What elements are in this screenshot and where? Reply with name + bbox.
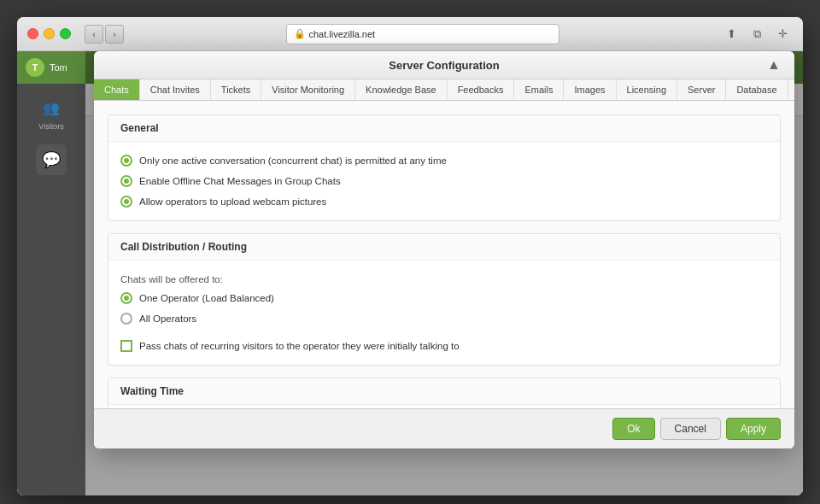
- navigation-arrows: ‹ ›: [85, 25, 124, 44]
- checkbox-pass-chats[interactable]: [120, 340, 132, 352]
- chats-offered-label: Chats will be offered to:: [120, 269, 768, 288]
- app-body: T Tom 👥 Visitors 💬 ⚙ 👤 🔗: [17, 51, 803, 495]
- tab-chat-invites[interactable]: Chat Invites: [140, 79, 211, 100]
- modal-tabs: Chats Chat Invites Tickets Visitor Monit…: [94, 79, 794, 101]
- radio-webcam-pictures[interactable]: [120, 196, 132, 208]
- tab-tickets[interactable]: Tickets: [211, 79, 261, 100]
- modal-header: Server Configuration ▲: [94, 51, 794, 79]
- radio-all-operators[interactable]: [120, 313, 132, 325]
- close-button[interactable]: [27, 28, 38, 39]
- waiting-time-section: Waiting Time Maximum waiting time in Que…: [108, 378, 781, 408]
- general-section: General Only one active conversation (co…: [108, 114, 781, 221]
- tab-database[interactable]: Database: [726, 79, 788, 100]
- back-button[interactable]: ‹: [85, 25, 103, 44]
- option-one-operator: One Operator (Load Balanced): [120, 288, 768, 308]
- tab-data-privacy[interactable]: Data Privacy: [788, 79, 794, 100]
- option-concurrent-chat: Only one active conversation (concurrent…: [120, 150, 768, 171]
- option-webcam-pictures: Allow operators to upload webcam picture…: [120, 191, 768, 212]
- modal-footer: Ok Cancel Apply: [94, 408, 794, 448]
- titlebar-actions: ⬆ ⧉ ✛: [721, 24, 793, 44]
- titlebar: ‹ › 🔒 chat.livezilla.net ⬆ ⧉ ✛: [17, 17, 803, 51]
- modal-overlay: Server Configuration ▲ Chats Chat Invite…: [85, 51, 803, 495]
- tab-licensing[interactable]: Licensing: [617, 79, 677, 100]
- sidebar-item-chats[interactable]: 💬: [17, 136, 85, 180]
- divider: [120, 329, 768, 336]
- label-pass-chats: Pass chats of recurring visitors to the …: [139, 341, 460, 351]
- option-all-operators: All Operators: [120, 308, 768, 329]
- general-section-content: Only one active conversation (concurrent…: [108, 142, 780, 220]
- tab-images[interactable]: Images: [564, 79, 616, 100]
- sidebar-item-visitors[interactable]: 👥 Visitors: [17, 87, 85, 136]
- server-config-modal: Server Configuration ▲ Chats Chat Invite…: [94, 51, 794, 448]
- cancel-button[interactable]: Cancel: [660, 418, 721, 440]
- url-bar[interactable]: 🔒 chat.livezilla.net: [286, 24, 559, 44]
- tab-chats[interactable]: Chats: [94, 79, 140, 100]
- waiting-time-title: Waiting Time: [108, 378, 780, 405]
- tab-feedbacks[interactable]: Feedbacks: [448, 79, 515, 100]
- label-concurrent-chat: Only one active conversation (concurrent…: [139, 155, 447, 166]
- traffic-lights: [27, 28, 71, 39]
- sidebar-header: T Tom: [17, 51, 85, 84]
- tab-server[interactable]: Server: [677, 79, 726, 100]
- call-distribution-section: Call Distribution / Routing Chats will b…: [108, 233, 781, 366]
- radio-one-operator[interactable]: [120, 292, 132, 304]
- apply-button[interactable]: Apply: [726, 418, 781, 440]
- zoom-button[interactable]: [60, 28, 71, 39]
- label-offline-messages: Enable Offline Chat Messages in Group Ch…: [139, 176, 341, 186]
- new-tab-button[interactable]: ⧉: [747, 24, 767, 44]
- sidebar: T Tom 👥 Visitors 💬: [17, 51, 85, 495]
- option-pass-chats: Pass chats of recurring visitors to the …: [120, 336, 768, 356]
- tab-visitor-monitoring[interactable]: Visitor Monitoring: [261, 79, 355, 100]
- share-button[interactable]: ⬆: [721, 24, 741, 44]
- sidebar-nav: 👥 Visitors 💬: [17, 84, 85, 180]
- url-text: chat.livezilla.net: [309, 29, 376, 39]
- sidebar-username: Tom: [50, 62, 67, 73]
- add-button[interactable]: ✛: [772, 24, 793, 44]
- browser-window: ‹ › 🔒 chat.livezilla.net ⬆ ⧉ ✛ T Tom 👥: [17, 17, 803, 495]
- radio-offline-messages[interactable]: [120, 175, 132, 187]
- modal-body: General Only one active conversation (co…: [94, 101, 794, 408]
- lock-icon: 🔒: [294, 28, 306, 39]
- forward-button[interactable]: ›: [105, 25, 124, 44]
- radio-concurrent-chat[interactable]: [120, 155, 132, 167]
- sidebar-item-visitors-label: Visitors: [38, 122, 63, 131]
- call-distribution-content: Chats will be offered to: One Operator (…: [108, 261, 780, 365]
- label-all-operators: All Operators: [139, 314, 196, 324]
- tab-emails[interactable]: Emails: [514, 79, 564, 100]
- ok-button[interactable]: Ok: [612, 418, 654, 440]
- option-offline-messages: Enable Offline Chat Messages in Group Ch…: [120, 171, 768, 191]
- minimize-button[interactable]: [44, 28, 55, 39]
- visitors-icon: 👥: [39, 96, 63, 120]
- main-content: ⚙ 👤 🔗 🛡 ★ ⚡ ⚡ ℹ + Visitors Visitors: [85, 51, 803, 495]
- chats-icon: 💬: [36, 144, 67, 175]
- label-webcam-pictures: Allow operators to upload webcam picture…: [139, 196, 326, 207]
- call-distribution-title: Call Distribution / Routing: [108, 234, 780, 261]
- modal-close-button[interactable]: ▲: [767, 58, 781, 72]
- tab-knowledge-base[interactable]: Knowledge Base: [355, 79, 448, 100]
- general-section-title: General: [108, 115, 780, 142]
- avatar: T: [26, 58, 44, 77]
- label-one-operator: One Operator (Load Balanced): [139, 293, 274, 303]
- modal-title: Server Configuration: [121, 59, 767, 72]
- url-bar-area: 🔒 chat.livezilla.net: [141, 24, 704, 44]
